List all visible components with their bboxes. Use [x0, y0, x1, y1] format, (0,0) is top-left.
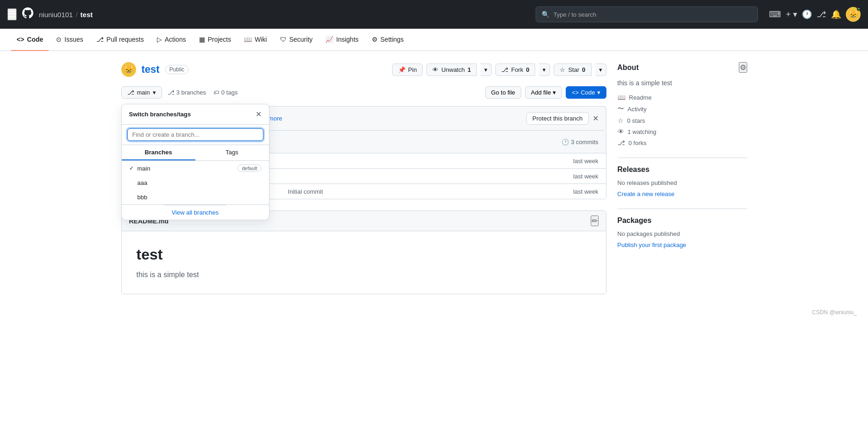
nav-settings-label: Settings	[381, 36, 404, 43]
code-icon: <>	[17, 36, 24, 43]
search-bar[interactable]: 🔍 Type / to search	[536, 6, 758, 22]
fork-icon: ⎇	[501, 66, 508, 73]
code-btn[interactable]: <> Code ▾	[566, 86, 606, 99]
packages-title: Packages	[618, 216, 652, 225]
nav-projects-label: Projects	[208, 36, 231, 43]
nav-wiki-label: Wiki	[255, 36, 267, 43]
repo-owner[interactable]: niuniu0101	[39, 11, 73, 19]
readme-section: README.md ✏ test this is a simple test	[121, 210, 606, 294]
add-file-btn[interactable]: Add file ▾	[525, 86, 562, 99]
dropdown-close-btn[interactable]: ✕	[256, 110, 262, 119]
repo-name-link[interactable]: test	[81, 11, 93, 19]
eye-meta-icon: 👁	[618, 128, 624, 135]
nav-item-insights[interactable]: 📈 Insights	[320, 29, 364, 51]
tab-branches[interactable]: Branches	[122, 145, 195, 160]
activity-meta-item[interactable]: 〜 Activity	[618, 105, 747, 113]
nav-item-code[interactable]: <> Code	[11, 29, 49, 51]
repo-name[interactable]: test	[142, 63, 160, 76]
no-packages-text: No packages published	[618, 230, 747, 237]
dropdown-footer: View all branches	[122, 204, 269, 220]
visibility-badge: Public	[165, 65, 189, 74]
terminal-icon-btn[interactable]: ⌨	[769, 9, 781, 19]
eye-icon: 👁	[432, 66, 438, 73]
star-dropdown-btn[interactable]: ▾	[595, 63, 606, 76]
pin-icon: 📌	[398, 66, 406, 73]
readme-body: test this is a simple test	[122, 231, 606, 294]
file-time-add01: last week	[573, 158, 598, 165]
branch-item-aaa[interactable]: ✓ aaa	[122, 176, 269, 190]
github-logo-icon[interactable]	[22, 7, 33, 22]
tags-link[interactable]: 🏷 0 tags	[213, 89, 237, 96]
fork-button[interactable]: ⎇ Fork 0	[495, 63, 535, 76]
publish-package-link[interactable]: Publish your first package	[618, 241, 687, 248]
branch-item-main[interactable]: ✓ main default	[122, 161, 269, 176]
main-content: 😸 test Public 📌 Pin 👁 Unwatch 1 ▾ ⎇ Fork…	[110, 51, 758, 305]
nav-item-security[interactable]: 🛡 Security	[275, 29, 318, 51]
hamburger-icon[interactable]: ☰	[7, 8, 17, 20]
releases-header: Releases	[618, 165, 747, 174]
repo-nav: <> Code ⊙ Issues ⎇ Pull requests ▷ Actio…	[0, 29, 868, 51]
nav-item-settings[interactable]: ⚙ Settings	[366, 29, 410, 51]
branches-link[interactable]: ⎇ 3 branches	[168, 89, 206, 96]
readme-meta-label: Readme	[629, 94, 652, 101]
dropdown-tabs: Branches Tags	[122, 145, 269, 161]
forks-meta-item[interactable]: ⎇ 0 forks	[618, 139, 747, 146]
pin-button[interactable]: 📌 Pin	[392, 63, 423, 76]
about-gear-btn[interactable]: ⚙	[739, 62, 747, 73]
nav-item-issues[interactable]: ⊙ Issues	[50, 29, 88, 51]
branch-item-bbb[interactable]: ✓ bbb	[122, 190, 269, 204]
avatar[interactable]: 😸	[846, 7, 861, 22]
branch-bar: ⎇ main ▾ ⎇ 3 branches 🏷 0 tags Go to fil…	[121, 86, 606, 99]
unwatch-button[interactable]: 👁 Unwatch 1	[426, 63, 477, 76]
nav-issues-label: Issues	[64, 36, 83, 43]
alert-close-btn[interactable]: ✕	[593, 114, 599, 123]
pr-icon: ⎇	[96, 36, 104, 43]
tab-tags[interactable]: Tags	[195, 145, 269, 160]
forks-meta-label: 0 forks	[629, 140, 647, 146]
sidebar-releases-section: Releases No releases published Create a …	[618, 165, 747, 197]
watching-meta-item[interactable]: 👁 1 watching	[618, 128, 747, 135]
nav-item-wiki[interactable]: 📖 Wiki	[238, 29, 272, 51]
sidebar: About ⚙ this is a simple test 📖 Readme 〜…	[618, 62, 747, 294]
clock-icon-btn[interactable]: 🕐	[802, 9, 812, 19]
plus-menu-btn[interactable]: + ▾	[786, 9, 797, 19]
protect-branch-btn[interactable]: Protect this branch	[526, 112, 588, 125]
view-all-branches-link[interactable]: View all branches	[164, 205, 226, 220]
clock-icon: 🕐	[562, 139, 569, 146]
nav-security-label: Security	[289, 36, 313, 43]
nav-insights-label: Insights	[336, 36, 358, 43]
packages-header: Packages	[618, 216, 747, 225]
create-release-link[interactable]: Create a new release	[618, 190, 675, 197]
bell-icon-btn[interactable]: 🔔	[831, 9, 841, 19]
star-icon: ☆	[560, 66, 565, 73]
nav-item-projects[interactable]: ▦ Projects	[194, 29, 237, 51]
readme-edit-btn[interactable]: ✏	[591, 216, 599, 226]
dropdown-branch-list: ✓ main default ✓ aaa ✓ bbb	[122, 161, 269, 204]
sidebar-packages-section: Packages No packages published Publish y…	[618, 216, 747, 248]
nav-item-actions[interactable]: ▷ Actions	[151, 29, 192, 51]
commits-link[interactable]: 🕐 3 commits	[562, 139, 598, 146]
git-icon-btn[interactable]: ⎇	[817, 9, 826, 19]
unwatch-dropdown-btn[interactable]: ▾	[481, 63, 492, 76]
fork-dropdown-btn[interactable]: ▾	[539, 63, 550, 76]
footer-note: CSDN @wniuniu_	[0, 305, 868, 319]
online-indicator	[857, 7, 861, 11]
readme-meta-item[interactable]: 📖 Readme	[618, 94, 747, 101]
stars-meta-item[interactable]: ☆ 0 stars	[618, 117, 747, 124]
sidebar-about-header: About ⚙	[618, 62, 747, 73]
nav-actions-label: Actions	[165, 36, 186, 43]
nav-item-pull-requests[interactable]: ⎇ Pull requests	[91, 29, 150, 51]
branch-selector-btn[interactable]: ⎇ main ▾	[121, 86, 162, 99]
branch-count-icon: ⎇	[168, 89, 175, 96]
breadcrumb-sep: /	[75, 11, 77, 19]
star-button[interactable]: ☆ Star 0	[554, 63, 591, 76]
book-icon: 📖	[618, 94, 625, 101]
repo-header: 😸 test Public 📌 Pin 👁 Unwatch 1 ▾ ⎇ Fork…	[121, 62, 606, 77]
go-to-file-btn[interactable]: Go to file	[485, 86, 521, 99]
branch-icon: ⎇	[127, 89, 134, 96]
actions-icon: ▷	[157, 36, 162, 43]
branch-search-input[interactable]	[127, 128, 263, 141]
top-nav-actions: ⌨ + ▾ 🕐 ⎇ 🔔 😸	[769, 7, 861, 22]
projects-icon: ▦	[199, 36, 205, 43]
insights-icon: 📈	[325, 36, 333, 43]
